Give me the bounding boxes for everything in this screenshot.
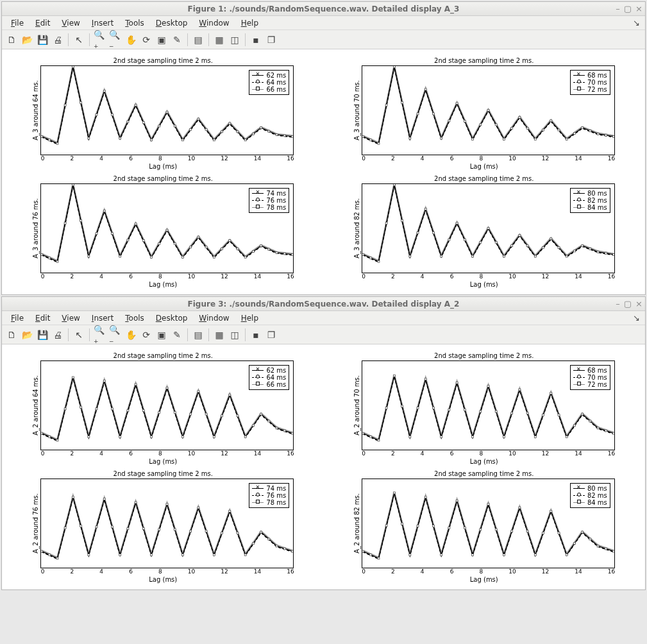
svg-rect-16 bbox=[166, 111, 168, 113]
svg-rect-95 bbox=[268, 248, 270, 250]
menu-overflow-icon[interactable]: ↘ bbox=[633, 313, 640, 323]
new-file-icon[interactable]: 🗋 bbox=[4, 33, 19, 47]
zoom-in-icon[interactable]: 🔍₊ bbox=[93, 328, 107, 342]
menu-edit[interactable]: Edit bbox=[30, 17, 55, 29]
zoom-in-icon[interactable]: 🔍₊ bbox=[93, 33, 107, 47]
xtick: 0 bbox=[362, 450, 366, 457]
svg-rect-73 bbox=[96, 233, 97, 235]
legend[interactable]: 62 ms64 ms66 ms bbox=[249, 365, 289, 390]
svg-rect-42 bbox=[432, 113, 434, 115]
menu-edit[interactable]: Edit bbox=[30, 312, 55, 324]
save-icon[interactable]: 💾 bbox=[35, 328, 49, 342]
insert-legend-icon[interactable]: ▦ bbox=[212, 328, 226, 342]
axes-box[interactable]: 62 ms64 ms66 ms bbox=[40, 360, 294, 450]
svg-rect-117 bbox=[503, 255, 505, 257]
axes-box[interactable]: 68 ms70 ms72 ms bbox=[362, 360, 615, 450]
new-file-icon[interactable]: 🗋 bbox=[4, 328, 19, 342]
menu-overflow-icon[interactable]: ↘ bbox=[633, 18, 640, 28]
dock-icon[interactable]: ❐ bbox=[264, 33, 278, 47]
link-axes-icon[interactable]: ▪ bbox=[249, 328, 263, 342]
hide-plot-tools-icon[interactable]: ◫ bbox=[228, 328, 242, 342]
open-folder-icon[interactable]: 📂 bbox=[20, 328, 34, 342]
subplot-grid: 2nd stage sampling time 2 ms.A_2 around … bbox=[12, 352, 635, 583]
pointer-icon[interactable]: ↖ bbox=[72, 33, 86, 47]
svg-rect-132 bbox=[41, 432, 42, 434]
data-cursor-icon[interactable]: ▣ bbox=[155, 33, 169, 47]
insert-legend-icon[interactable]: ▦ bbox=[212, 33, 226, 47]
menu-tools[interactable]: Tools bbox=[120, 312, 149, 324]
menu-window[interactable]: Window bbox=[194, 17, 234, 29]
legend-entry: 62 ms bbox=[252, 72, 286, 79]
brush-icon[interactable]: ✎ bbox=[170, 33, 184, 47]
legend[interactable]: 62 ms64 ms66 ms bbox=[249, 70, 289, 95]
legend[interactable]: 74 ms76 ms78 ms bbox=[249, 483, 289, 508]
menu-view[interactable]: View bbox=[56, 312, 85, 324]
xtick: 2 bbox=[71, 568, 74, 575]
menu-tools[interactable]: Tools bbox=[120, 17, 149, 29]
menu-view[interactable]: View bbox=[56, 17, 85, 29]
legend[interactable]: 80 ms82 ms84 ms bbox=[570, 188, 610, 213]
pan-icon[interactable]: ✋ bbox=[124, 33, 138, 47]
menu-desktop[interactable]: Desktop bbox=[151, 312, 193, 324]
svg-rect-55 bbox=[534, 138, 536, 140]
xtick: 16 bbox=[608, 155, 615, 162]
save-icon[interactable]: 💾 bbox=[35, 33, 49, 47]
dock-icon[interactable]: ❐ bbox=[264, 328, 278, 342]
menu-file[interactable]: File bbox=[6, 312, 29, 324]
link-axes-icon[interactable]: ▪ bbox=[249, 33, 263, 47]
axes-box[interactable]: 80 ms82 ms84 ms bbox=[362, 479, 615, 568]
legend[interactable]: 68 ms70 ms72 ms bbox=[570, 365, 610, 390]
xtick-row: 0246810121416 bbox=[362, 273, 615, 280]
pointer-icon[interactable]: ↖ bbox=[72, 328, 86, 342]
data-cursor-icon[interactable]: ▣ bbox=[155, 328, 169, 342]
print-icon[interactable]: 🖨 bbox=[51, 33, 65, 47]
pan-icon[interactable]: ✋ bbox=[124, 328, 138, 342]
legend-entry: 64 ms bbox=[252, 79, 286, 86]
zoom-out-icon[interactable]: 🔍₋ bbox=[108, 328, 122, 342]
menu-desktop[interactable]: Desktop bbox=[151, 17, 193, 29]
svg-rect-68 bbox=[56, 260, 58, 262]
svg-rect-30 bbox=[276, 134, 278, 136]
menu-insert[interactable]: Insert bbox=[87, 17, 119, 29]
menu-insert[interactable]: Insert bbox=[87, 312, 119, 324]
subplot-title: 2nd stage sampling time 2 ms. bbox=[434, 352, 534, 359]
minimize-button[interactable]: – bbox=[616, 4, 620, 13]
close-button[interactable]: × bbox=[635, 4, 643, 13]
svg-rect-59 bbox=[566, 138, 567, 140]
maximize-button[interactable]: ▢ bbox=[624, 299, 632, 309]
close-button[interactable]: × bbox=[635, 299, 643, 309]
xtick: 4 bbox=[421, 155, 424, 162]
minimize-button[interactable]: – bbox=[616, 299, 620, 309]
menu-window[interactable]: Window bbox=[194, 312, 234, 324]
menu-help[interactable]: Help bbox=[236, 17, 264, 29]
insert-colorbar-icon[interactable]: ▤ bbox=[191, 328, 205, 342]
menu-file[interactable]: File bbox=[6, 17, 29, 29]
open-folder-icon[interactable]: 📂 bbox=[20, 33, 34, 47]
zoom-out-icon[interactable]: 🔍₋ bbox=[108, 33, 122, 47]
brush-icon[interactable]: ✎ bbox=[170, 328, 184, 342]
legend-marker-icon bbox=[573, 73, 585, 78]
axes-box[interactable]: 74 ms76 ms78 ms bbox=[40, 479, 294, 568]
hide-plot-tools-icon[interactable]: ◫ bbox=[228, 33, 242, 47]
menu-help[interactable]: Help bbox=[236, 312, 264, 324]
axes-box[interactable]: 80 ms82 ms84 ms bbox=[362, 183, 615, 273]
insert-colorbar-icon[interactable]: ▤ bbox=[191, 33, 205, 47]
axes-box[interactable]: 74 ms76 ms78 ms bbox=[40, 183, 294, 273]
titlebar[interactable]: Figure 3: ./sounds/RandomSequence.wav. D… bbox=[2, 297, 645, 311]
print-icon[interactable]: 🖨 bbox=[51, 328, 65, 342]
svg-rect-239 bbox=[424, 496, 426, 498]
svg-rect-104 bbox=[401, 219, 403, 221]
rotate-3d-icon[interactable]: ⟳ bbox=[139, 33, 153, 47]
rotate-3d-icon[interactable]: ⟳ bbox=[139, 328, 153, 342]
legend[interactable]: 68 ms70 ms72 ms bbox=[570, 70, 610, 95]
maximize-button[interactable]: ▢ bbox=[624, 4, 632, 13]
svg-rect-252 bbox=[526, 530, 528, 532]
xtick: 14 bbox=[575, 273, 582, 280]
legend[interactable]: 80 ms82 ms84 ms bbox=[570, 483, 610, 508]
svg-rect-175 bbox=[440, 436, 442, 437]
titlebar[interactable]: Figure 1: ./sounds/RandomSequence.wav. D… bbox=[2, 2, 645, 16]
legend[interactable]: 74 ms76 ms78 ms bbox=[249, 188, 289, 213]
svg-rect-213 bbox=[158, 529, 160, 530]
axes-box[interactable]: 68 ms70 ms72 ms bbox=[362, 65, 615, 155]
axes-box[interactable]: 62 ms64 ms66 ms bbox=[40, 65, 294, 155]
